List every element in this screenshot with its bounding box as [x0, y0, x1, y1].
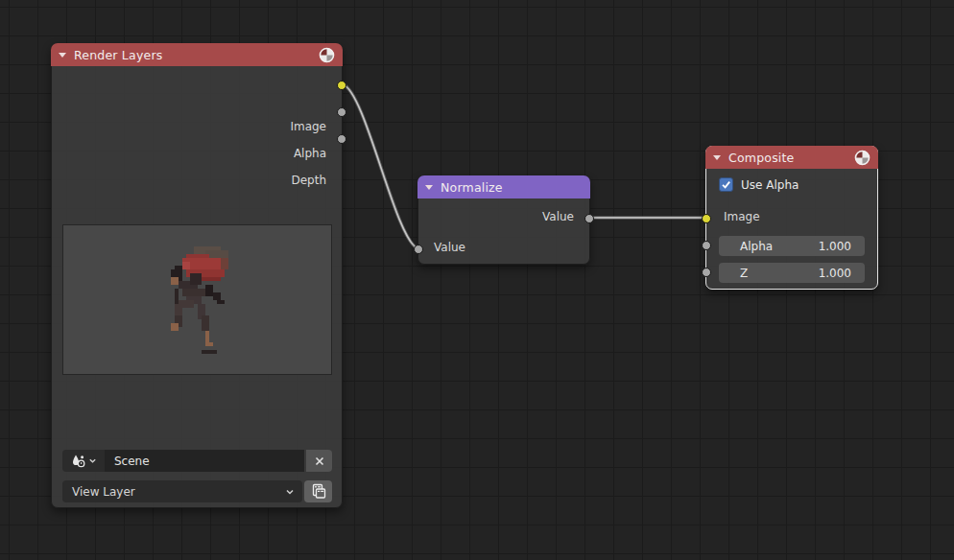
alpha-value-field[interactable]: Alpha 1.000	[719, 236, 865, 256]
view-layer-row: View Layer	[62, 480, 332, 502]
node-title: Render Layers	[74, 48, 162, 62]
composite-header[interactable]: Composite	[705, 146, 878, 169]
scene-name-field[interactable]: Scene	[105, 450, 304, 472]
input-label-value: Value	[434, 241, 465, 254]
collapse-arrow-icon[interactable]	[713, 155, 721, 160]
socket-value-input[interactable]	[414, 245, 423, 254]
use-alpha-checkbox[interactable]	[719, 177, 733, 192]
close-icon	[314, 455, 325, 467]
preview-character-figure	[159, 246, 236, 358]
use-alpha-label: Use Alpha	[741, 178, 799, 192]
output-label-image: Image	[290, 120, 326, 133]
chevron-down-icon	[88, 456, 97, 465]
input-label-image: Image	[724, 210, 760, 223]
socket-depth-output[interactable]	[337, 134, 346, 144]
render-sphere-icon	[319, 47, 335, 63]
z-field-value: 1.000	[819, 267, 851, 280]
z-field-label: Z	[740, 267, 748, 280]
collapse-arrow-icon[interactable]	[59, 53, 66, 58]
socket-alpha-input[interactable]	[702, 241, 711, 250]
z-value-field[interactable]: Z 1.000	[719, 263, 865, 283]
collapse-arrow-icon[interactable]	[425, 185, 433, 190]
scene-selector-row: Scene	[62, 450, 332, 472]
scene-browse-button[interactable]	[62, 450, 105, 472]
node-title: Composite	[728, 151, 795, 165]
node-composite[interactable]: Composite Use Alpha Image Alpha 1.000	[705, 146, 878, 290]
node-title: Normalize	[441, 180, 503, 195]
node-render-layers[interactable]: Render Layers Image Alpha Depth	[51, 43, 343, 508]
view-layer-button[interactable]	[304, 480, 332, 502]
socket-image-output[interactable]	[337, 81, 346, 90]
scene-icon	[71, 454, 86, 469]
socket-alpha-output[interactable]	[337, 107, 346, 117]
alpha-field-value: 1.000	[819, 240, 851, 253]
output-label-value: Value	[542, 210, 574, 223]
socket-image-input[interactable]	[702, 214, 711, 223]
socket-value-output[interactable]	[584, 214, 594, 223]
wire-renderlayers-image-to-normalize-value-core	[343, 84, 417, 248]
view-layer-value: View Layer	[72, 485, 135, 499]
view-layer-icon	[310, 483, 326, 500]
node-editor-canvas[interactable]: Render Layers Image Alpha Depth	[0, 0, 954, 560]
view-layer-dropdown[interactable]: View Layer	[62, 480, 302, 502]
output-label-alpha: Alpha	[294, 147, 326, 160]
socket-z-input[interactable]	[702, 268, 711, 277]
output-label-depth: Depth	[291, 174, 326, 187]
scene-clear-button[interactable]	[306, 450, 332, 472]
checkmark-icon	[721, 179, 731, 190]
use-alpha-row: Use Alpha	[719, 177, 799, 192]
scene-name: Scene	[114, 455, 150, 468]
normalize-header[interactable]: Normalize	[417, 175, 590, 198]
node-normalize[interactable]: Normalize Value Value	[417, 175, 590, 265]
alpha-field-label: Alpha	[740, 240, 773, 253]
chevron-down-icon	[285, 487, 295, 497]
render-layers-header[interactable]: Render Layers	[51, 43, 343, 66]
render-preview-image	[62, 224, 332, 375]
render-sphere-icon	[854, 150, 871, 166]
